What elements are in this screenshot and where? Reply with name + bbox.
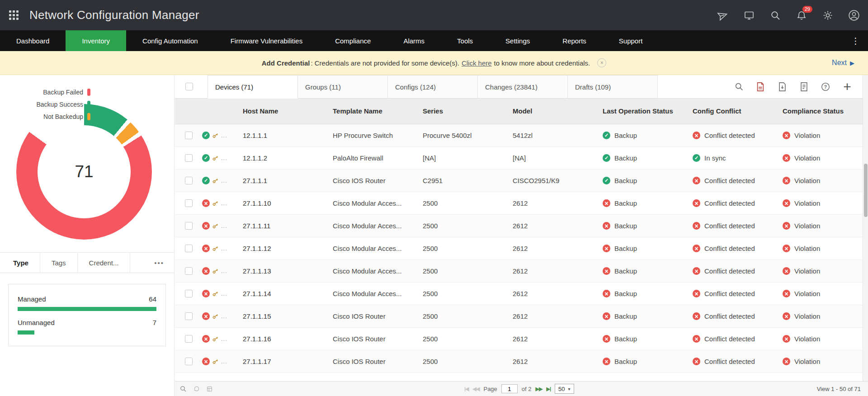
host-name-link[interactable]: 27.1.1.15 <box>243 312 271 320</box>
nav-item[interactable]: Tools <box>441 30 489 51</box>
nav-overflow-icon[interactable]: ⋮ <box>843 30 868 51</box>
table-row[interactable]: ... 27.1.1.16 Cisco IOS Router 2500 2612… <box>175 328 863 350</box>
main-tab[interactable]: Groups (11) <box>297 75 388 98</box>
main-tab[interactable]: Configs (124) <box>387 75 478 98</box>
row-checkbox[interactable] <box>185 132 193 139</box>
host-name-link[interactable]: 27.1.1.16 <box>243 335 271 343</box>
credential-key-icon[interactable] <box>211 131 220 140</box>
credential-key-icon[interactable] <box>211 266 220 276</box>
table-row[interactable]: ... 27.1.1.11 Cisco Modular Acces... 250… <box>175 215 863 237</box>
host-name-link[interactable]: 27.1.1.10 <box>243 199 271 207</box>
pdf-export-icon[interactable] <box>755 81 766 92</box>
row-checkbox[interactable] <box>185 199 193 207</box>
nav-item[interactable]: Reports <box>546 30 603 51</box>
launch-icon[interactable] <box>717 9 729 21</box>
add-device-icon[interactable]: + <box>842 81 853 92</box>
table-row[interactable]: ... 27.1.1.1 Cisco IOS Router C2951 CISC… <box>175 170 863 192</box>
column-header[interactable]: Compliance Status <box>783 107 868 116</box>
view-range-label: View 1 - 50 of 71 <box>817 386 861 392</box>
credential-key-icon[interactable] <box>211 334 220 344</box>
credential-key-icon[interactable] <box>211 311 220 321</box>
row-checkbox[interactable] <box>185 222 193 230</box>
sidebar-tab[interactable]: Tags <box>40 253 78 273</box>
credential-key-icon[interactable] <box>211 289 220 298</box>
table-row[interactable]: ... 27.1.1.15 Cisco IOS Router 2500 2612… <box>175 305 863 328</box>
credential-key-icon[interactable] <box>211 357 220 366</box>
nav-item[interactable]: Dashboard <box>0 30 66 51</box>
upload-config-icon[interactable] <box>798 81 809 92</box>
column-header[interactable]: Last Operation Status <box>603 107 693 116</box>
page-number-input[interactable] <box>501 384 518 393</box>
host-name-link[interactable]: 27.1.1.14 <box>243 290 271 297</box>
help-icon[interactable]: ? <box>820 81 831 92</box>
table-row[interactable]: ... 27.1.1.13 Cisco Modular Acces... 250… <box>175 260 863 283</box>
column-header[interactable]: Model <box>513 107 603 116</box>
row-checkbox[interactable] <box>185 177 193 184</box>
footer-search-icon[interactable] <box>179 385 187 392</box>
sidebar-tab[interactable]: Type <box>2 253 40 273</box>
nav-item[interactable]: Settings <box>489 30 546 51</box>
first-page-button[interactable]: |◀ <box>464 386 469 392</box>
apps-grid-icon[interactable] <box>9 10 19 20</box>
next-page-button[interactable]: ▶▶ <box>536 386 542 392</box>
layout-icon[interactable] <box>207 386 212 392</box>
table-search-icon[interactable] <box>733 81 744 92</box>
main-tab[interactable]: Devices (71) <box>208 75 298 98</box>
table-row[interactable]: ... 12.1.1.2 PaloAlto Firewall [NA] [NA]… <box>175 147 863 170</box>
settings-gear-icon[interactable] <box>822 9 834 21</box>
select-all-checkbox[interactable] <box>185 83 193 90</box>
host-name-link[interactable]: 12.1.1.1 <box>243 132 267 139</box>
host-name-link[interactable]: 27.1.1.13 <box>243 267 271 275</box>
nav-item[interactable]: Compliance <box>319 30 387 51</box>
host-name-link[interactable]: 27.1.1.11 <box>243 222 270 230</box>
row-checkbox[interactable] <box>185 245 193 252</box>
screen-share-icon[interactable] <box>743 9 755 21</box>
column-header[interactable]: Template Name <box>333 107 423 116</box>
main-tab[interactable]: Changes (23841) <box>477 75 568 98</box>
table-row[interactable]: ... 12.1.1.1 HP Procurve Switch Procurve… <box>175 124 863 147</box>
page-size-select[interactable]: 50 ▾ <box>555 384 574 394</box>
column-header[interactable]: Config Conflict <box>693 107 783 116</box>
credential-key-icon[interactable] <box>211 198 220 208</box>
vertical-scrollbar[interactable] <box>863 75 868 381</box>
credential-key-icon[interactable] <box>211 221 220 231</box>
notifications-bell-icon[interactable]: 29 <box>796 9 807 21</box>
nav-item[interactable]: Config Automation <box>126 30 214 51</box>
table-row[interactable]: ... 27.1.1.10 Cisco Modular Acces... 250… <box>175 192 863 215</box>
row-checkbox[interactable] <box>185 312 193 320</box>
more-tabs-icon[interactable]: ••• <box>144 253 174 273</box>
credential-key-icon[interactable] <box>211 244 220 253</box>
credential-key-icon[interactable] <box>211 176 220 185</box>
refresh-icon[interactable] <box>193 386 200 392</box>
host-name-link[interactable]: 27.1.1.1 <box>243 177 267 184</box>
nav-item[interactable]: Firmware Vulnerabilities <box>214 30 319 51</box>
user-avatar[interactable] <box>848 9 860 21</box>
backup-device-icon[interactable] <box>777 81 788 92</box>
column-header[interactable]: Host Name <box>243 107 333 116</box>
table-row[interactable]: ... 27.1.1.14 Cisco Modular Acces... 250… <box>175 283 863 305</box>
nav-item[interactable]: Support <box>603 30 659 51</box>
row-checkbox[interactable] <box>185 290 193 297</box>
column-header[interactable]: Series <box>423 107 513 116</box>
row-checkbox[interactable] <box>185 154 193 162</box>
host-name-link[interactable]: 27.1.1.12 <box>243 245 271 252</box>
dismiss-banner-icon[interactable]: × <box>597 58 606 67</box>
row-checkbox[interactable] <box>185 267 193 275</box>
table-row[interactable]: ... 27.1.1.12 Cisco Modular Acces... 250… <box>175 237 863 260</box>
scrollbar-thumb[interactable] <box>864 164 868 217</box>
last-page-button[interactable]: ▶| <box>546 386 551 392</box>
credential-key-icon[interactable] <box>211 153 220 163</box>
table-row[interactable]: ... 27.1.1.17 Cisco IOS Router 2500 2612… <box>175 350 863 373</box>
next-button[interactable]: Next▶ <box>832 59 854 67</box>
row-checkbox[interactable] <box>185 335 193 343</box>
host-name-link[interactable]: 27.1.1.17 <box>243 358 271 365</box>
nav-item[interactable]: Alarms <box>387 30 441 51</box>
banner-link[interactable]: Click here <box>462 59 492 67</box>
search-icon[interactable] <box>769 9 781 21</box>
row-checkbox[interactable] <box>185 358 193 365</box>
sidebar-tab[interactable]: Credent... <box>78 253 131 273</box>
prev-page-button[interactable]: ◀◀ <box>473 386 480 392</box>
host-name-link[interactable]: 12.1.1.2 <box>243 154 267 162</box>
main-tab[interactable]: Drafts (109) <box>567 75 658 98</box>
nav-item[interactable]: Inventory <box>66 30 126 51</box>
